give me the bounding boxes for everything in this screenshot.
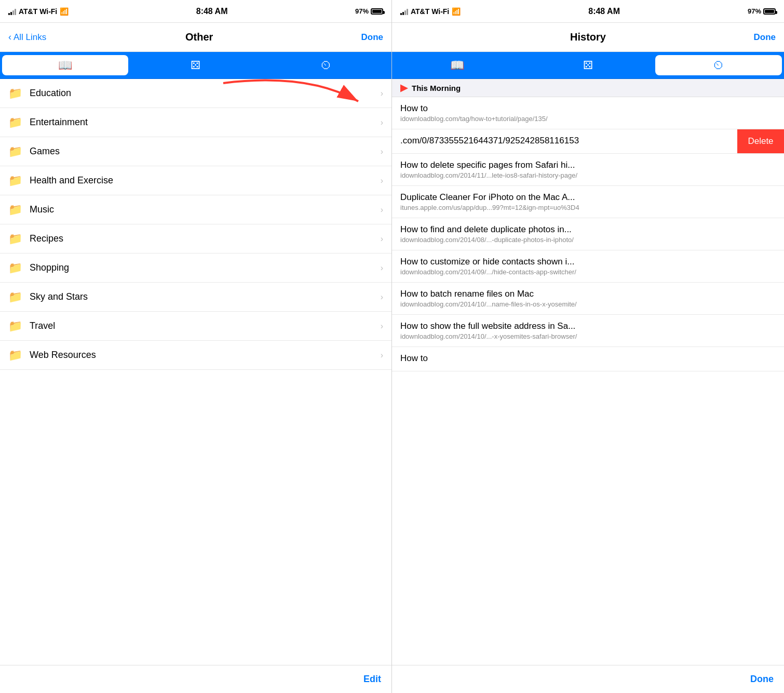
history-item[interactable]: How to — [392, 347, 784, 371]
right-carrier: AT&T Wi-Fi — [411, 7, 449, 16]
history-item[interactable]: How to delete specific pages from Safari… — [392, 154, 784, 186]
history-item-swiped[interactable]: .com/0/873355521644371/925242858116153 D… — [392, 129, 784, 154]
history-item-batch-rename[interactable]: How to batch rename files on Mac idownlo… — [392, 283, 784, 315]
left-list: 📁 Education › 📁 Entertainment › 📁 Games … — [0, 79, 391, 665]
history-item[interactable]: How to show the full website address in … — [392, 315, 784, 347]
left-tab-bar: 📖 ⚄ ⏲ — [0, 52, 391, 79]
right-battery-icon — [763, 8, 776, 15]
folder-icon: 📁 — [8, 290, 22, 304]
right-reading-icon: ⚄ — [583, 59, 593, 72]
folder-icon: 📁 — [8, 349, 22, 362]
left-battery-pct: 97% — [355, 7, 369, 15]
left-nav-title: Other — [46, 31, 352, 43]
list-item[interactable]: 📁 Shopping › — [0, 254, 391, 283]
left-bottom-bar: Edit — [0, 665, 391, 693]
left-tab-history[interactable]: ⏲ — [263, 55, 389, 75]
folder-icon: 📁 — [8, 145, 22, 158]
left-signal-bars — [8, 8, 16, 15]
left-back-button[interactable]: ‹ All Links — [8, 32, 46, 43]
chevron-right-icon: › — [381, 89, 383, 98]
this-morning-section-header: ▶ This Morning — [392, 79, 784, 97]
delete-button[interactable]: Delete — [737, 129, 784, 153]
right-tab-history[interactable]: ⏲ — [655, 55, 782, 75]
left-panel: AT&T Wi-Fi 📶 8:48 AM 97% ‹ All Links Oth… — [0, 0, 392, 693]
right-done-button[interactable]: Done — [745, 32, 776, 43]
history-item-hide-contacts[interactable]: How to customize or hide contacts shown … — [392, 250, 784, 283]
chevron-right-icon: › — [381, 322, 383, 331]
chevron-right-icon: › — [381, 205, 383, 215]
right-bookmarks-icon: 📖 — [450, 59, 464, 72]
chevron-right-icon: › — [381, 234, 383, 244]
list-item[interactable]: 📁 Travel › — [0, 312, 391, 341]
right-bottom-bar: Done — [392, 665, 784, 693]
chevron-right-icon: › — [381, 118, 383, 127]
left-back-label: All Links — [13, 32, 46, 43]
left-time: 8:48 AM — [196, 7, 228, 16]
chevron-right-icon: › — [381, 263, 383, 273]
left-tab-bookmarks[interactable]: 📖 — [2, 55, 128, 75]
folder-icon: 📁 — [8, 203, 22, 217]
left-tab-reading[interactable]: ⚄ — [132, 55, 259, 75]
right-tab-bar: 📖 ⚄ ⏲ — [392, 52, 784, 79]
folder-icon: 📁 — [8, 116, 22, 129]
left-bookmarks-icon: 📖 — [58, 59, 72, 72]
list-item-health[interactable]: 📁 Health and Exercise › — [0, 166, 391, 195]
list-item[interactable]: 📁 Entertainment › — [0, 108, 391, 137]
list-item[interactable]: 📁 Sky and Stars › — [0, 283, 391, 312]
right-history-list: How to idownloadblog.com/tag/how-to+tuto… — [392, 97, 784, 665]
chevron-left-icon: ‹ — [8, 32, 11, 43]
section-label: This Morning — [412, 84, 461, 92]
folder-icon: 📁 — [8, 174, 22, 188]
left-done-button[interactable]: Done — [352, 32, 383, 43]
left-battery-icon — [371, 8, 383, 15]
right-tab-reading[interactable]: ⚄ — [525, 55, 652, 75]
right-panel: AT&T Wi-Fi 📶 8:48 AM 97% History Done 📖 … — [392, 0, 784, 693]
right-wifi-icon: 📶 — [452, 7, 461, 16]
chevron-right-icon: › — [381, 176, 383, 185]
folder-icon: 📁 — [8, 319, 22, 333]
chevron-right-icon: › — [381, 292, 383, 302]
chevron-right-icon: › — [381, 351, 383, 360]
right-nav-title: History — [431, 31, 745, 43]
history-item[interactable]: How to idownloadblog.com/tag/how-to+tuto… — [392, 97, 784, 129]
right-done-button-bottom[interactable]: Done — [750, 674, 774, 685]
right-history-icon: ⏲ — [713, 59, 724, 72]
right-battery-pct: 97% — [748, 7, 761, 15]
left-carrier: AT&T Wi-Fi — [19, 7, 57, 16]
chevron-right-icon: › — [381, 147, 383, 156]
list-item[interactable]: 📁 Games › — [0, 137, 391, 166]
folder-icon: 📁 — [8, 261, 22, 275]
history-item[interactable]: How to find and delete duplicate photos … — [392, 218, 784, 250]
list-item-web-resources[interactable]: 📁 Web Resources › — [0, 341, 391, 370]
left-nav-bar: ‹ All Links Other Done — [0, 23, 391, 52]
right-signal-bars — [400, 8, 408, 15]
left-wifi-icon: 📶 — [60, 7, 69, 16]
left-edit-button[interactable]: Edit — [363, 674, 381, 685]
list-item[interactable]: 📁 Recipes › — [0, 224, 391, 254]
folder-icon: 📁 — [8, 87, 22, 100]
list-item[interactable]: 📁 Music › — [0, 195, 391, 224]
right-tab-bookmarks[interactable]: 📖 — [394, 55, 521, 75]
arrow-right-icon: ▶ — [400, 82, 408, 94]
right-time: 8:48 AM — [588, 7, 620, 16]
left-history-icon: ⏲ — [320, 59, 332, 72]
left-status-bar: AT&T Wi-Fi 📶 8:48 AM 97% — [0, 0, 391, 23]
right-status-bar: AT&T Wi-Fi 📶 8:48 AM 97% — [392, 0, 784, 23]
folder-icon: 📁 — [8, 232, 22, 246]
left-reading-icon: ⚄ — [191, 59, 200, 72]
list-item[interactable]: 📁 Education › — [0, 79, 391, 108]
history-item[interactable]: Duplicate Cleaner For iPhoto on the Mac … — [392, 186, 784, 218]
right-nav-bar: History Done — [392, 23, 784, 52]
